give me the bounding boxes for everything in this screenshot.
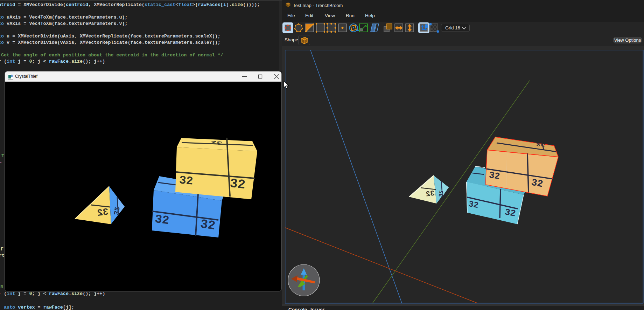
svg-text:32: 32 <box>488 170 500 182</box>
svg-text:32: 32 <box>178 174 194 188</box>
svg-text:32: 32 <box>97 207 109 219</box>
svg-text:32: 32 <box>112 206 121 215</box>
svg-text:32: 32 <box>530 177 544 190</box>
svg-text:32: 32 <box>536 142 545 147</box>
svg-text:32: 32 <box>425 189 435 198</box>
svg-text:32: 32 <box>437 190 444 197</box>
svg-text:32: 32 <box>504 207 517 219</box>
svg-text:32: 32 <box>211 139 223 146</box>
svg-text:32: 32 <box>229 176 246 192</box>
svg-text:32: 32 <box>154 213 170 228</box>
svg-text:32: 32 <box>199 217 216 233</box>
